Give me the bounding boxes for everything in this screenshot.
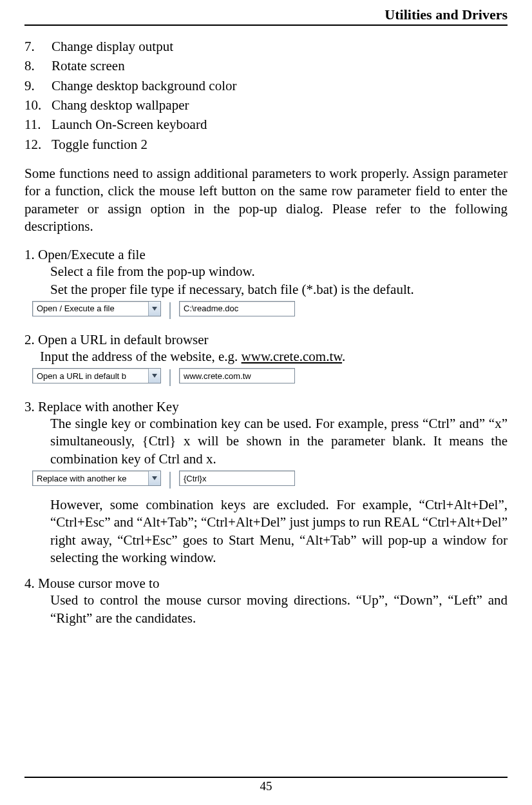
section-1-ui: Open / Execute a file C:\readme.doc: [32, 301, 508, 320]
chevron-down-icon[interactable]: [148, 471, 160, 485]
dropdown-text: Open / Execute a file: [33, 304, 148, 313]
list-number: 8.: [24, 57, 52, 75]
dropdown-text: Open a URL in default b: [33, 371, 148, 381]
list-number: 11.: [24, 115, 52, 133]
open-url-dropdown[interactable]: Open a URL in default b: [32, 368, 161, 383]
dropdown-text: Replace with another ke: [33, 474, 148, 483]
section-4-title: 4. Mouse cursor move to: [24, 576, 508, 592]
section-1-title: 1. Open/Execute a file: [24, 247, 508, 263]
url-link[interactable]: www.crete.com.tw: [242, 349, 342, 364]
file-path-field[interactable]: C:\readme.doc: [179, 301, 295, 316]
section-2-ui: Open a URL in default b www.crete.com.tw: [32, 368, 508, 387]
list-text: Toggle function 2: [52, 135, 147, 153]
key-combo-field[interactable]: {Ctrl}x: [179, 470, 295, 486]
field-value: www.crete.com.tw: [184, 371, 251, 381]
list-item: 11.Launch On-Screen keyboard: [24, 115, 508, 133]
text: .: [342, 349, 345, 364]
separator: [161, 301, 179, 320]
list-text: Change display output: [52, 37, 173, 55]
section-3-title: 3. Replace with another Key: [24, 399, 508, 415]
page: Utilities and Drivers 7.Change display o…: [0, 0, 532, 805]
numbered-list: 7.Change display output 8.Rotate screen …: [24, 37, 508, 153]
list-number: 9.: [24, 77, 52, 95]
list-item: 12.Toggle function 2: [24, 135, 508, 153]
list-item: 9.Change desktop background color: [24, 77, 508, 95]
list-item: 8.Rotate screen: [24, 57, 508, 75]
text: Input the address of the website, e.g.: [40, 349, 242, 364]
open-execute-dropdown[interactable]: Open / Execute a file: [32, 301, 161, 316]
list-text: Launch On-Screen keyboard: [52, 115, 207, 133]
list-item: 10.Chang desktop wallpaper: [24, 96, 508, 114]
section-1-line2: Set the proper file type if necessary, b…: [24, 281, 508, 298]
list-text: Chang desktop wallpaper: [52, 96, 189, 114]
url-field[interactable]: www.crete.com.tw: [179, 368, 295, 383]
section-3-para1: The single key or combination key can be…: [24, 415, 508, 468]
section-1-line1: Select a file from the pop-up window.: [24, 263, 508, 280]
list-number: 12.: [24, 135, 52, 153]
page-number: 45: [260, 779, 272, 793]
intro-paragraph: Some functions need to assign additional…: [24, 165, 508, 235]
list-text: Change desktop background color: [52, 77, 237, 95]
list-item: 7.Change display output: [24, 37, 508, 55]
chevron-down-icon[interactable]: [148, 302, 160, 316]
section-2-line1: Input the address of the website, e.g. w…: [24, 348, 508, 365]
page-header: Utilities and Drivers: [24, 6, 508, 26]
section-3-ui: Replace with another ke {Ctrl}x: [32, 470, 508, 490]
field-value: {Ctrl}x: [184, 474, 206, 483]
header-title: Utilities and Drivers: [385, 6, 508, 23]
page-footer: 45: [24, 777, 508, 793]
section-4-para: Used to control the mouse cursor moving …: [24, 592, 508, 627]
list-number: 10.: [24, 96, 52, 114]
replace-key-dropdown[interactable]: Replace with another ke: [32, 470, 161, 486]
section-3-para2: However, some combination keys are exclu…: [24, 496, 508, 567]
chevron-down-icon[interactable]: [148, 369, 160, 383]
separator: [161, 470, 179, 490]
separator: [161, 368, 179, 387]
field-value: C:\readme.doc: [184, 304, 238, 313]
section-2-title: 2. Open a URL in default browser: [24, 332, 508, 348]
list-number: 7.: [24, 37, 52, 55]
list-text: Rotate screen: [52, 57, 125, 75]
